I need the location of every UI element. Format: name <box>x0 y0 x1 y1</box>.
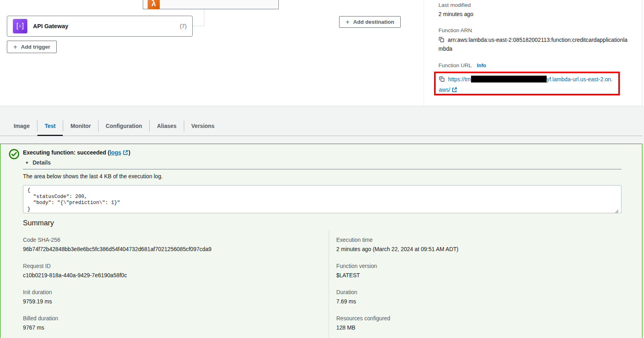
tab-configuration[interactable]: Configuration <box>99 116 149 136</box>
field-execution-time: Execution time 2 minutes ago (March 22, … <box>336 236 618 254</box>
plus-icon: + <box>13 43 17 50</box>
add-trigger-label: Add trigger <box>21 44 50 50</box>
tab-image[interactable]: Image <box>6 116 37 136</box>
add-trigger-button[interactable]: + Add trigger <box>7 41 57 53</box>
details-label: Details <box>33 160 51 166</box>
field-resources-configured: Resources configured 128 MB <box>336 315 618 332</box>
field-value: 128 MB <box>336 324 618 332</box>
function-url-label: Function URL <box>438 62 472 69</box>
execution-status-text: Executing function: succeeded (logs ) <box>23 149 130 157</box>
red-highlight-annotation: https://tmyf.lambda-url.us-east-2.on.aws… <box>434 72 620 95</box>
status-suffix: ) <box>128 149 130 156</box>
execution-log-textarea[interactable]: { "statusCode": 200, "body": "{\"predict… <box>23 185 621 213</box>
tab-aliases[interactable]: Aliases <box>150 116 183 136</box>
copy-arn-icon[interactable] <box>438 37 444 44</box>
caret-down-icon: ▼ <box>25 161 29 165</box>
function-arn-label: Function ARN <box>438 27 472 34</box>
field-label: Execution time <box>336 236 618 244</box>
summary-left-column: Code SHA-256 96b74f72b42848bb3e8e6bc5fc3… <box>23 236 305 338</box>
field-label: Init duration <box>23 289 305 297</box>
summary-heading: Summary <box>23 219 54 227</box>
trigger-count-badge: (7) <box>180 23 187 29</box>
resize-handle-icon[interactable] <box>614 208 619 215</box>
field-value: 9767 ms <box>23 324 305 332</box>
overview-column-divider <box>424 0 424 106</box>
last-modified-label: Last modified <box>438 1 471 9</box>
function-tabs: Image Test Monitor Configuration Aliases… <box>0 116 642 136</box>
log-description: The area below shows the last 4 KB of th… <box>23 173 163 179</box>
field-billed-duration: Billed duration 9767 ms <box>23 315 305 332</box>
add-destination-label: Add destination <box>353 19 394 25</box>
field-label: Function version <box>336 262 618 270</box>
field-request-id: Request ID c10b0219-818a-440a-9429-7e619… <box>23 262 305 280</box>
field-label: Billed duration <box>23 315 305 323</box>
lambda-console-page: λ creditcardapplicationlambda API Gatewa… <box>0 0 644 338</box>
field-label: Request ID <box>23 262 305 270</box>
function-url-link[interactable]: https://tmyf.lambda-url.us-east-2.on.aws… <box>439 76 613 93</box>
external-link-icon <box>123 150 128 157</box>
flow-connector-vertical <box>204 9 204 26</box>
external-link-icon <box>452 86 457 96</box>
last-modified-value: 2 minutes ago <box>438 10 473 19</box>
function-arn-row: arn:aws:lambda:us-east-2:085182002113:fu… <box>438 36 630 54</box>
field-label: Code SHA-256 <box>23 236 305 244</box>
field-label: Resources configured <box>336 315 618 323</box>
function-overview-card: λ creditcardapplicationlambda API Gatewa… <box>0 0 642 106</box>
redaction-bar <box>471 76 547 82</box>
function-url-prefix: https://tm <box>448 76 471 82</box>
summary-column-divider <box>329 231 329 338</box>
api-gateway-icon <box>13 19 27 33</box>
field-value: 9759.19 ms <box>23 298 305 306</box>
status-prefix: Executing function: succeeded ( <box>23 149 109 156</box>
logs-link[interactable]: logs <box>109 149 121 156</box>
copy-url-icon[interactable] <box>439 76 445 83</box>
success-check-icon <box>8 148 20 161</box>
tab-monitor[interactable]: Monitor <box>63 116 98 136</box>
field-label: Duration <box>336 289 618 297</box>
trigger-card-api-gateway[interactable]: API Gateway (7) <box>7 16 193 37</box>
tab-test-label: Test <box>45 123 56 129</box>
field-value: 2 minutes ago (March 22, 2024 at 09:51 A… <box>336 245 618 254</box>
execution-result-panel: Executing function: succeeded (logs ) ▼ … <box>0 144 642 338</box>
tab-test[interactable]: Test <box>37 116 63 136</box>
field-value: $LATEST <box>336 272 618 280</box>
add-destination-button[interactable]: + Add destination <box>339 16 401 28</box>
details-divider <box>23 169 621 169</box>
field-function-version: Function version $LATEST <box>336 262 618 280</box>
details-expander[interactable]: ▼ Details <box>25 160 51 166</box>
summary-right-column: Execution time 2 minutes ago (March 22, … <box>336 236 618 338</box>
field-value: 96b74f72b42848bb3e8e6bc5fc386d54f404732d… <box>23 245 305 254</box>
field-duration: Duration 7.69 ms <box>336 289 618 306</box>
lambda-service-icon: λ <box>148 0 160 9</box>
tab-versions[interactable]: Versions <box>184 116 222 136</box>
field-value: 7.69 ms <box>336 298 618 306</box>
field-code-sha256: Code SHA-256 96b74f72b42848bb3e8e6bc5fc3… <box>23 236 305 254</box>
trigger-card-label: API Gateway <box>33 23 68 29</box>
info-link[interactable]: Info <box>477 63 486 68</box>
field-value: c10b0219-818a-440a-9429-7e6190a58f0c <box>23 272 305 280</box>
flow-connector-horizontal <box>193 26 204 26</box>
function-node[interactable]: λ creditcardapplicationlambda <box>143 0 279 9</box>
active-tab-underline <box>37 135 63 136</box>
field-init-duration: Init duration 9759.19 ms <box>23 289 305 306</box>
function-arn-value: arn:aws:lambda:us-east-2:085182002113:fu… <box>438 37 628 52</box>
plus-icon: + <box>346 19 350 25</box>
